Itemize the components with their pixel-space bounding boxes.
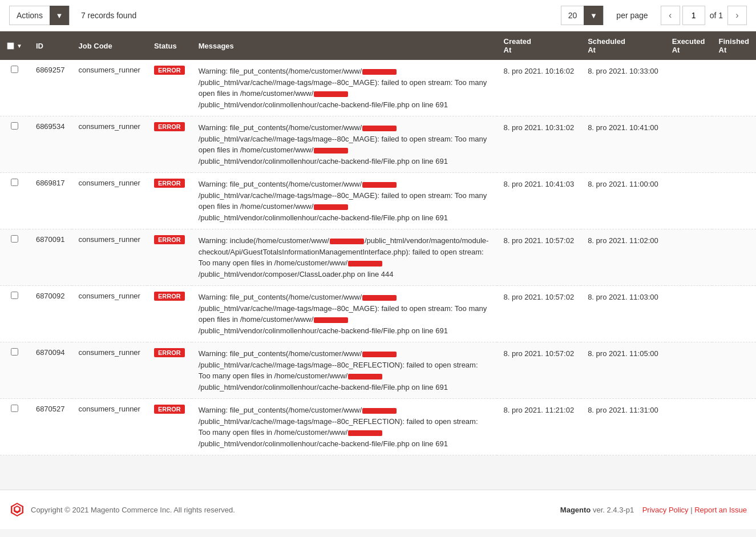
row-finished-at [712, 342, 756, 399]
row-message: Warning: include(/home/customer/www//pub… [192, 229, 497, 286]
table-row: 6869817consumers_runnerERRORWarning: fil… [0, 173, 756, 229]
row-scheduled-at: 8. pro 2021. 11:02:00 [581, 229, 665, 286]
row-id: 6869534 [29, 116, 72, 173]
row-message: Warning: file_put_contents(/home/custome… [192, 116, 497, 173]
row-status: ERROR [147, 116, 192, 173]
row-id: 6870094 [29, 342, 72, 399]
row-id: 6870527 [29, 399, 72, 455]
row-job-code: consumers_runner [72, 60, 147, 116]
page-of-label: of 1 [710, 11, 723, 20]
row-executed-at [665, 173, 712, 229]
row-checkbox[interactable] [11, 348, 18, 356]
status-badge: ERROR [154, 179, 185, 188]
status-badge: ERROR [154, 235, 185, 244]
row-message: Warning: file_put_contents(/home/custome… [192, 399, 497, 455]
actions-arrow[interactable]: ▼ [50, 6, 69, 25]
page-number-input[interactable] [682, 6, 705, 25]
col-header-created-at: CreatedAt [497, 31, 581, 60]
select-all-header[interactable]: ▼ [0, 31, 29, 60]
per-page-arrow[interactable]: ▼ [584, 6, 603, 25]
row-executed-at [665, 229, 712, 286]
row-created-at: 8. pro 2021. 10:57:02 [497, 342, 581, 399]
row-checkbox-cell[interactable] [0, 60, 29, 116]
table-row: 6869257consumers_runnerERRORWarning: fil… [0, 60, 756, 116]
table-row: 6870094consumers_runnerERRORWarning: fil… [0, 342, 756, 399]
privacy-policy-link[interactable]: Privacy Policy [642, 506, 689, 514]
row-executed-at [665, 60, 712, 116]
col-header-messages: Messages [192, 31, 497, 60]
row-checkbox-cell[interactable] [0, 399, 29, 455]
row-checkbox[interactable] [11, 66, 18, 73]
row-scheduled-at: 8. pro 2021. 11:00:00 [581, 173, 665, 229]
table-row: 6869534consumers_runnerERRORWarning: fil… [0, 116, 756, 173]
row-created-at: 8. pro 2021. 11:21:02 [497, 399, 581, 455]
row-job-code: consumers_runner [72, 173, 147, 229]
row-checkbox-cell[interactable] [0, 173, 29, 229]
row-checkbox-cell[interactable] [0, 229, 29, 286]
footer-version-text: ver. 2.4.3-p1 [593, 506, 634, 514]
status-badge: ERROR [154, 348, 185, 357]
row-created-at: 8. pro 2021. 10:57:02 [497, 286, 581, 342]
row-created-at: 8. pro 2021. 10:31:02 [497, 116, 581, 173]
table-row: 6870092consumers_runnerERRORWarning: fil… [0, 286, 756, 342]
per-page-label: per page [616, 11, 648, 20]
row-created-at: 8. pro 2021. 10:41:03 [497, 173, 581, 229]
magento-logo-icon [9, 502, 25, 518]
message-cell: Warning: file_put_contents(/home/custome… [199, 123, 487, 165]
row-id: 6870092 [29, 286, 72, 342]
chevron-left-icon: ‹ [669, 10, 672, 21]
message-cell: Warning: file_put_contents(/home/custome… [199, 67, 487, 109]
row-finished-at [712, 173, 756, 229]
chevron-down-icon: ▼ [590, 11, 597, 20]
row-scheduled-at: 8. pro 2021. 10:33:00 [581, 60, 665, 116]
row-status: ERROR [147, 342, 192, 399]
row-checkbox-cell[interactable] [0, 286, 29, 342]
footer-brand: Magento [560, 506, 591, 514]
actions-label: Actions [10, 11, 50, 20]
row-finished-at [712, 229, 756, 286]
row-checkbox-cell[interactable] [0, 342, 29, 399]
row-job-code: consumers_runner [72, 229, 147, 286]
row-id: 6870091 [29, 229, 72, 286]
row-status: ERROR [147, 399, 192, 455]
status-badge: ERROR [154, 405, 185, 414]
next-page-button[interactable]: › [727, 6, 747, 25]
row-checkbox[interactable] [11, 122, 18, 130]
row-checkbox[interactable] [11, 292, 18, 299]
footer: Copyright © 2021 Magento Commerce Inc. A… [0, 490, 756, 529]
table-row: 6870091consumers_runnerERRORWarning: inc… [0, 229, 756, 286]
prev-page-button[interactable]: ‹ [661, 6, 680, 25]
row-message: Warning: file_put_contents(/home/custome… [192, 60, 497, 116]
row-status: ERROR [147, 286, 192, 342]
footer-right: Magento ver. 2.4.3-p1 Privacy Policy | R… [560, 506, 747, 514]
row-checkbox-cell[interactable] [0, 116, 29, 173]
row-job-code: consumers_runner [72, 286, 147, 342]
row-checkbox[interactable] [11, 179, 18, 186]
row-message: Warning: file_put_contents(/home/custome… [192, 342, 497, 399]
status-badge: ERROR [154, 292, 185, 301]
jobs-table: ▼ ID Job Code Status Messages CreatedAt … [0, 31, 756, 455]
row-finished-at [712, 286, 756, 342]
row-checkbox[interactable] [11, 405, 18, 412]
footer-copyright: Copyright © 2021 Magento Commerce Inc. A… [31, 506, 235, 514]
col-header-finished-at: FinishedAt [712, 31, 756, 60]
message-cell: Warning: include(/home/customer/www//pub… [199, 236, 489, 278]
row-id: 6869817 [29, 173, 72, 229]
select-all-checkbox[interactable] [7, 42, 14, 50]
pagination: ‹ of 1 › [661, 6, 747, 25]
actions-dropdown[interactable]: Actions ▼ [9, 6, 70, 25]
row-scheduled-at: 8. pro 2021. 11:31:00 [581, 399, 665, 455]
row-executed-at [665, 116, 712, 173]
row-executed-at [665, 286, 712, 342]
row-created-at: 8. pro 2021. 10:16:02 [497, 60, 581, 116]
row-id: 6869257 [29, 60, 72, 116]
per-page-select[interactable]: 20 ▼ [561, 6, 604, 25]
row-finished-at [712, 60, 756, 116]
report-issue-link[interactable]: Report an Issue [694, 506, 747, 514]
col-header-executed-at: ExecutedAt [665, 31, 712, 60]
row-checkbox[interactable] [11, 235, 18, 243]
row-finished-at [712, 116, 756, 173]
row-scheduled-at: 8. pro 2021. 10:41:00 [581, 116, 665, 173]
message-cell: Warning: file_put_contents(/home/custome… [199, 180, 487, 222]
row-status: ERROR [147, 173, 192, 229]
